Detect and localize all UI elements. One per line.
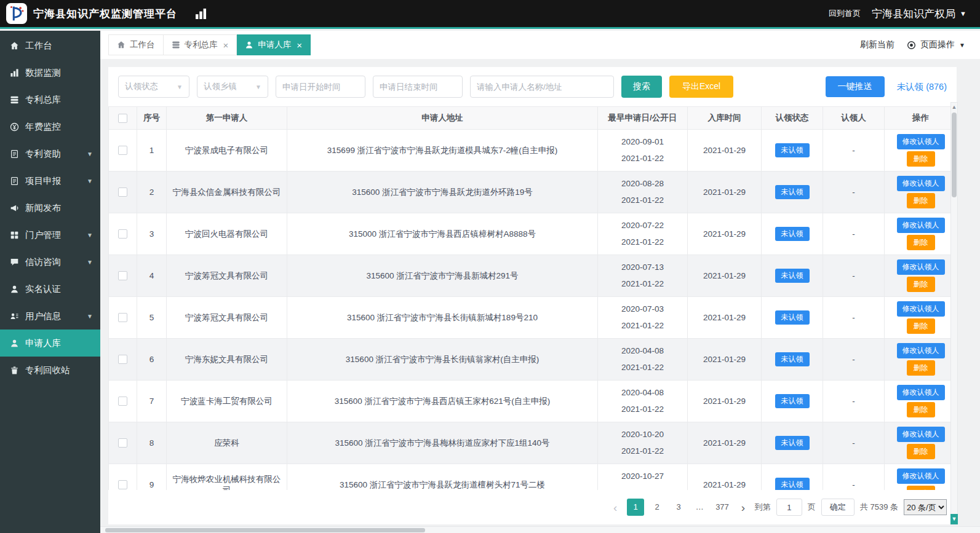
scroll-down-icon[interactable]: ▼ <box>950 514 958 524</box>
start-date-input[interactable] <box>276 76 365 98</box>
row-index: 2 <box>137 172 167 213</box>
page-operations-label: 页面操作 <box>920 39 955 50</box>
export-excel-button[interactable]: 导出Excel <box>669 76 733 98</box>
sidebar-item-data-monitor[interactable]: 数据监测 <box>0 59 100 86</box>
edit-claimer-button[interactable]: 修改认领人 <box>897 343 945 358</box>
select-all-checkbox[interactable] <box>118 114 127 123</box>
table-head-row: 序号第一申请人申请人地址最早申请日/公开日入库时间认领状态认领人操作 <box>109 107 957 130</box>
claimer: - <box>823 422 885 464</box>
row-checkbox[interactable] <box>118 397 127 406</box>
page-button-2[interactable]: 2 <box>648 499 666 516</box>
sidebar-item-patent-library[interactable]: 专利总库 <box>0 86 100 113</box>
refresh-current-button[interactable]: 刷新当前 <box>860 39 894 50</box>
push-button[interactable]: 一键推送 <box>826 76 885 97</box>
edit-claimer-button[interactable]: 修改认领人 <box>897 176 945 191</box>
stored-date: 2021-01-29 <box>688 255 762 297</box>
org-menu[interactable]: 宁海县知识产权局 ▼ <box>872 7 966 21</box>
status-badge: 未认领 <box>775 478 810 490</box>
page-unit-label: 页 <box>808 502 816 513</box>
top-header: 宁海县知识产权监测管理平台 回到首页 宁海县知识产权局 ▼ <box>0 0 980 29</box>
edit-claimer-button[interactable]: 修改认领人 <box>897 385 945 400</box>
application-dates: 2020-10-272021-01-22 <box>598 464 688 491</box>
back-home-link[interactable]: 回到首页 <box>829 8 861 19</box>
table-wrap: 序号第一申请人申请人地址最早申请日/公开日入库时间认领状态认领人操作 1宁波景成… <box>108 106 957 490</box>
close-icon[interactable]: × <box>223 41 229 50</box>
search-button[interactable]: 搜索 <box>621 76 662 98</box>
unclaimed-count-link[interactable]: 未认领 (876) <box>897 81 947 93</box>
row-checkbox[interactable] <box>118 313 127 322</box>
delete-button[interactable]: 删除 <box>907 444 935 459</box>
delete-button[interactable]: 删除 <box>907 318 935 334</box>
prev-page-icon[interactable]: ‹ <box>609 502 621 513</box>
sidebar-item-patent-subsidy[interactable]: 专利资助▼ <box>0 140 100 167</box>
edit-claimer-button[interactable]: 修改认领人 <box>897 259 945 275</box>
delete-button[interactable]: 删除 <box>907 402 935 417</box>
application-dates: 2020-09-012021-01-22 <box>598 130 688 172</box>
row-checkbox[interactable] <box>118 229 127 239</box>
scroll-up-icon[interactable]: ▲ <box>952 103 957 111</box>
edit-claimer-button[interactable]: 修改认领人 <box>897 218 945 233</box>
edit-claimer-button[interactable]: 修改认领人 <box>897 301 945 317</box>
sidebar-item-realname-auth[interactable]: 实名认证 <box>0 275 100 302</box>
delete-button[interactable]: 删除 <box>907 235 935 250</box>
row-checkbox[interactable] <box>118 355 127 364</box>
claim-status-select[interactable]: 认领状态 ▼ <box>118 76 189 98</box>
status-badge: 未认领 <box>775 394 810 408</box>
sidebar-item-workbench[interactable]: 工作台 <box>0 32 100 59</box>
sidebar-item-project-declare[interactable]: 项目申报▼ <box>0 167 100 194</box>
page-button-3[interactable]: 3 <box>670 499 687 516</box>
row-checkbox[interactable] <box>118 480 127 489</box>
sidebar-item-news-publish[interactable]: 新闻发布 <box>0 194 100 221</box>
delete-button[interactable]: 删除 <box>907 486 935 490</box>
edit-claimer-button[interactable]: 修改认领人 <box>897 427 945 442</box>
close-icon[interactable]: × <box>297 41 302 50</box>
row-checkbox[interactable] <box>118 271 127 280</box>
tab-1[interactable]: 专利总库× <box>164 34 237 55</box>
status-badge: 未认领 <box>775 436 810 450</box>
delete-button[interactable]: 删除 <box>907 151 935 167</box>
person-icon <box>245 41 253 49</box>
tab-0[interactable]: 工作台 <box>108 34 164 55</box>
sidebar-item-patent-recycle[interactable]: 专利回收站 <box>0 357 100 384</box>
column-header: 操作 <box>885 107 957 130</box>
row-checkbox[interactable] <box>118 146 127 155</box>
delete-button[interactable]: 删除 <box>907 193 935 208</box>
sidebar-item-label: 数据监测 <box>25 67 61 79</box>
tab-2[interactable]: 申请人库× <box>237 34 311 55</box>
vertical-scrollbar[interactable]: ▲ ▼ <box>950 102 958 525</box>
scrollbar-thumb[interactable] <box>105 528 425 532</box>
sidebar-item-annual-fee[interactable]: 年费监控 <box>0 113 100 140</box>
chevron-down-icon: ▼ <box>87 259 93 266</box>
applicant-name: 宁波筹冠文具有限公司 <box>167 297 287 339</box>
chevron-down-icon: ▼ <box>87 178 93 184</box>
edit-claimer-button[interactable]: 修改认领人 <box>897 468 945 484</box>
sidebar-item-user-info[interactable]: 用户信息▼ <box>0 302 100 330</box>
edit-claimer-button[interactable]: 修改认领人 <box>897 134 945 149</box>
sidebar-item-applicants[interactable]: 申请人库 <box>0 330 100 357</box>
end-date-input[interactable] <box>373 76 463 98</box>
next-page-icon[interactable]: › <box>737 502 749 513</box>
page-operations-button[interactable]: 页面操作 ▼ <box>907 39 965 50</box>
page-button-377[interactable]: 377 <box>713 499 731 516</box>
confirm-button[interactable]: 确定 <box>821 499 855 516</box>
page-size-select[interactable]: 20 条/页 <box>904 499 947 515</box>
sidebar-item-petition[interactable]: 信访咨询▼ <box>0 248 100 275</box>
goto-page-input[interactable] <box>776 499 802 516</box>
page-button-1[interactable]: 1 <box>627 499 644 516</box>
applicant-address: 315600 浙江省宁波市宁海县长街镇翁家村(自主申报) <box>287 339 598 381</box>
column-header: 申请人地址 <box>287 107 598 130</box>
stored-date: 2021-01-29 <box>688 172 762 213</box>
scrollbar-thumb[interactable] <box>952 113 957 197</box>
claim-town-select[interactable]: 认领乡镇 ▼ <box>197 76 268 98</box>
horizontal-scrollbar[interactable] <box>100 526 980 533</box>
row-checkbox[interactable] <box>118 188 127 197</box>
application-dates: 2020-10-202021-01-22 <box>598 422 688 464</box>
sidebar-item-portal-manage[interactable]: 门户管理▼ <box>0 221 100 248</box>
keyword-input[interactable] <box>470 76 614 98</box>
bar-chart-icon <box>10 68 19 77</box>
delete-button[interactable]: 删除 <box>907 277 935 292</box>
claimer: - <box>823 381 885 422</box>
tab-label: 专利总库 <box>185 39 218 50</box>
row-checkbox[interactable] <box>118 438 127 448</box>
delete-button[interactable]: 删除 <box>907 360 935 376</box>
